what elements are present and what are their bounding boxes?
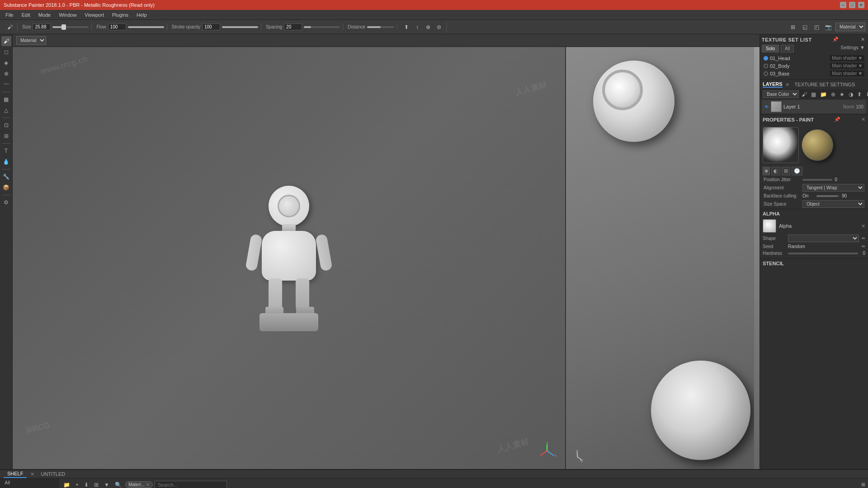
props-tab-3[interactable]: ⊞ (782, 167, 790, 175)
position-jitter-slider[interactable] (802, 179, 832, 181)
props-close-button[interactable]: ✕ (861, 117, 865, 122)
layers-tab[interactable]: LAYERS (763, 81, 783, 88)
text-tool[interactable]: T (1, 146, 11, 156)
tsl-pin-button[interactable]: 📌 (831, 36, 840, 43)
viewport-icon-4[interactable]: 📷 (824, 23, 833, 32)
layer-effects-button[interactable]: ★ (838, 91, 846, 98)
bake-tool[interactable]: 🔧 (1, 172, 11, 182)
tsl-close-button[interactable]: ✕ (859, 36, 866, 43)
stroke-icon-2[interactable]: ↕ (413, 23, 422, 32)
viewport-icon-3[interactable]: ◰ (812, 23, 821, 32)
layer-up-button[interactable]: ⬆ (856, 91, 863, 98)
select-tool[interactable]: ⊡ (1, 120, 11, 130)
tsl-settings-button[interactable]: Settings ▼ (839, 44, 866, 51)
texture-set-row-base[interactable]: 03_Base Main shader ▼ (762, 70, 866, 77)
transform-tool[interactable]: ⊞ (1, 131, 11, 141)
shelf-tab-shelf[interactable]: SHELF (4, 470, 27, 478)
filter-tag-close[interactable]: ✕ (146, 482, 150, 487)
size-space-dropdown[interactable]: Object (802, 200, 864, 208)
duplicate-layer-button[interactable]: ⊕ (830, 91, 837, 98)
texture-set-row-head[interactable]: 01_Head Main shader ▼ (762, 54, 866, 62)
shelf-options-button[interactable]: ⊞ (92, 481, 100, 488)
smudge-tool[interactable]: 〰 (1, 80, 11, 89)
spacing-slider[interactable] (304, 26, 340, 28)
stroke-opacity-slider[interactable] (222, 26, 258, 28)
layer-down-button[interactable]: ⬇ (864, 91, 868, 98)
shape-dropdown[interactable] (788, 235, 859, 242)
clone-tool[interactable]: ⊕ (1, 69, 11, 79)
minimize-button[interactable]: ─ (840, 2, 846, 8)
fill-tool[interactable]: ▦ (1, 94, 11, 104)
props-tab-1[interactable]: ≡ (763, 167, 770, 175)
tsl-tab-solo[interactable]: Solo (762, 45, 779, 52)
viewport-material-dropdown[interactable]: Material (16, 36, 46, 45)
shelf-filter-icon[interactable]: ▼ (102, 481, 111, 488)
stroke-opacity-input[interactable] (202, 23, 220, 30)
shelf-grid-toggle[interactable]: ⊞ (861, 482, 865, 488)
shape-edit-icon[interactable]: ✏ (862, 236, 865, 241)
flow-input[interactable] (108, 23, 126, 30)
layer-1-row[interactable]: 👁 Layer 1 Norm 100 (762, 100, 866, 113)
alpha-remove-button[interactable]: ✕ (861, 223, 865, 229)
texture-set-row-body[interactable]: 02_Body Main shader ▼ (762, 62, 866, 70)
layer-mask-button[interactable]: ◑ (847, 91, 854, 98)
layer-blend-mode[interactable]: Norm (843, 104, 854, 109)
projection-tool[interactable]: ◈ (1, 58, 11, 68)
viewport-icon-1[interactable]: ⊞ (788, 23, 797, 32)
layer-visibility-icon[interactable]: 👁 (764, 104, 769, 109)
flow-slider[interactable] (128, 26, 164, 28)
material-picker[interactable]: 💧 (1, 157, 11, 167)
shelf-nav-all[interactable]: All (0, 479, 58, 487)
right-3d-view[interactable]: U V (565, 47, 760, 469)
shelf-icon[interactable]: 📦 (1, 183, 11, 192)
left-3d-view[interactable]: www.rrcg.ch 人人素材 RRCG 人人素材 RRCG (13, 47, 565, 469)
menu-help[interactable]: Help (133, 11, 151, 19)
seed-edit-icon[interactable]: ✏ (862, 244, 865, 249)
paint-tool[interactable]: 🖌 (1, 36, 11, 46)
layer-opacity[interactable]: 100 (856, 104, 863, 109)
stroke-icon-4[interactable]: ⊘ (434, 23, 443, 32)
menu-file[interactable]: File (2, 11, 17, 19)
menu-viewport[interactable]: Viewport (81, 11, 108, 19)
menu-edit[interactable]: Edit (18, 11, 34, 19)
shelf-search-icon[interactable]: 🔍 (113, 481, 123, 488)
stroke-icon-1[interactable]: ⬆ (402, 23, 411, 32)
shelf-add-button[interactable]: + (74, 481, 80, 488)
blend-mode-dropdown[interactable]: Base Color (763, 90, 799, 98)
polygon-fill-tool[interactable]: △ (1, 105, 11, 115)
texture-set-settings-tab[interactable]: TEXTURE SET SETTINGS (795, 82, 855, 87)
hardness-slider[interactable] (788, 253, 858, 254)
settings-tool[interactable]: ⚙ (1, 197, 11, 207)
shelf-filter-tag[interactable]: Materi... ✕ (125, 481, 153, 488)
eraser-tool[interactable]: ◻ (1, 47, 11, 57)
layers-close[interactable]: ✕ (785, 82, 789, 88)
alignment-dropdown[interactable]: Tangent | Wrap (802, 184, 864, 192)
shelf-tab-close[interactable]: ✕ (30, 471, 34, 477)
spacing-input[interactable] (284, 23, 302, 30)
shelf-search-input[interactable] (155, 481, 227, 488)
material-dropdown[interactable]: Material (835, 23, 865, 31)
size-input[interactable] (33, 23, 51, 30)
size-slider[interactable] (52, 26, 89, 28)
menu-mode[interactable]: Mode (35, 11, 55, 19)
brush-icon[interactable]: 🖌 (5, 23, 14, 32)
menu-plugins[interactable]: Plugins (108, 11, 132, 19)
props-tab-4[interactable]: 🕐 (792, 167, 802, 175)
backface-culling-value: On (802, 193, 814, 198)
backface-culling-slider[interactable] (816, 195, 839, 197)
shelf-folder-button[interactable]: 📁 (61, 481, 72, 488)
add-paint-layer-button[interactable]: 🖌 (800, 91, 808, 98)
shelf-tab-untitled[interactable]: UNTITLED (37, 470, 69, 478)
shelf-import-button[interactable]: ⬇ (82, 481, 90, 488)
distance-slider[interactable] (367, 26, 394, 28)
viewport-icon-2[interactable]: ◱ (800, 23, 809, 32)
props-pin-button[interactable]: 📌 (834, 117, 840, 122)
add-fill-layer-button[interactable]: ▦ (810, 91, 817, 98)
tsl-tab-all[interactable]: All (781, 45, 794, 52)
props-tab-2[interactable]: ◐ (771, 167, 780, 175)
stroke-icon-3[interactable]: ⊕ (424, 23, 433, 32)
menu-window[interactable]: Window (55, 11, 80, 19)
maximize-button[interactable]: □ (849, 2, 855, 8)
add-folder-button[interactable]: 📁 (819, 91, 828, 98)
close-button[interactable]: ✕ (858, 2, 864, 8)
